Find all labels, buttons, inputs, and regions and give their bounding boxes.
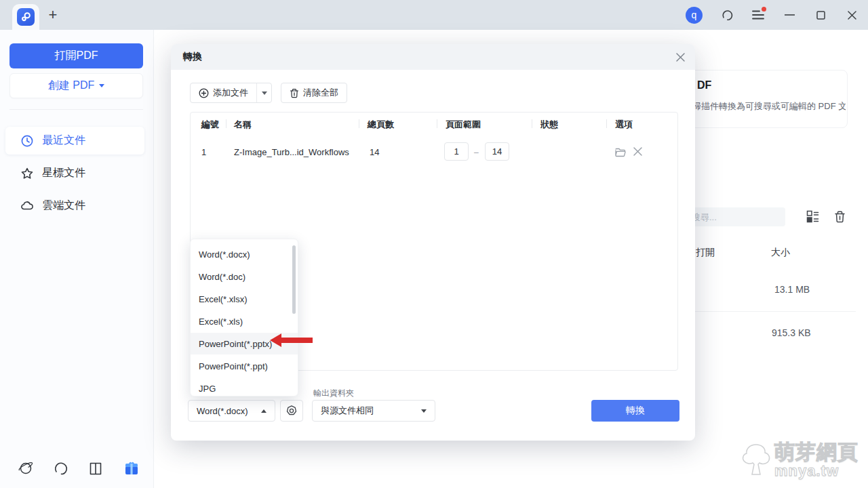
search-input[interactable] [685,207,785,226]
window-controls: q [686,0,868,30]
feature-card-ocr-pdf[interactable]: DF 掃描件轉換為可搜尋或可編輯的 PDF 文 [685,70,848,128]
file-size-value: 13.1 MB [774,284,810,295]
clear-all-button[interactable]: 清除全部 [281,83,347,103]
add-file-split-button: 添加文件 [190,83,272,103]
chevron-down-icon [421,409,427,413]
main-menu-icon[interactable] [751,8,765,22]
maximize-button[interactable] [814,8,827,22]
site-watermark: 萌芽網頁 mnya.tw [741,442,859,479]
header-range: 頁面範圍 [446,119,481,131]
header-options: 選項 [615,119,633,131]
open-pdf-button[interactable]: 打開PDF [9,43,143,68]
app-tab[interactable] [12,4,39,30]
output-folder-label: 輸出資料夾 [313,388,354,399]
open-folder-icon[interactable] [614,146,627,159]
arrow-shaft [281,338,313,343]
dropdown-option-word-docx[interactable]: Word(*.docx) [191,243,298,265]
help-headset-icon[interactable] [52,460,70,477]
sidebar-item-label: 雲端文件 [42,199,85,213]
delete-files-trash-icon[interactable] [833,210,847,224]
sidebar-divider [9,109,143,110]
header-pages: 總頁數 [368,119,394,131]
user-avatar[interactable]: q [686,7,703,24]
app-logo-icon [17,8,35,26]
row-divider [686,311,856,312]
guide-book-icon[interactable] [87,460,105,477]
sidebar-item-recent-files[interactable]: 最近文件 [5,127,144,155]
header-separator [226,119,226,128]
format-select-value: Word(*.docx) [197,406,248,416]
file-size-value: 915.3 KB [772,327,811,338]
range-dash: – [474,148,479,157]
create-pdf-button[interactable]: 創建 PDF [9,73,143,98]
convert-button[interactable]: 轉換 [591,400,679,422]
gear-icon [285,405,298,417]
watermark-title: 萌芽網頁 [774,442,859,462]
chevron-down-icon [262,92,267,95]
header-no: 編號 [201,119,219,131]
header-status: 狀態 [540,119,558,131]
feature-card-description: 掃描件轉換為可搜尋或可編輯的 PDF 文 [692,100,846,113]
header-separator [437,119,437,128]
sidebar-item-cloud-files[interactable]: 雲端文件 [5,192,144,220]
list-view-toggle-icon[interactable] [806,210,820,224]
feature-card-title: DF [697,79,711,92]
arrow-head [270,333,281,347]
support-headset-icon[interactable] [720,8,734,22]
format-select[interactable]: Word(*.docx) [188,400,275,422]
language-planet-icon[interactable] [17,460,35,477]
sidebar-footer [0,460,154,477]
range-from-input[interactable] [444,142,469,161]
dialog-header: 轉換 [171,44,695,70]
dialog-toolbar: 添加文件 清除全部 [190,83,347,103]
format-dropdown-menu: Word(*.docx) Word(*.doc) Excel(*.xlsx) E… [190,239,298,396]
gift-icon[interactable] [123,460,140,477]
clock-icon [20,134,34,148]
add-file-dropdown-button[interactable] [256,83,271,102]
watermark-domain: mnya.tw [774,464,859,479]
table-row: 1 Z-Image_Turb...id_Workflows 14 – [191,140,677,167]
remove-file-icon[interactable] [633,146,645,159]
file-list-header: 編號 名稱 總頁數 頁面範圍 狀態 選項 [191,113,677,134]
sidebar: 打開PDF 創建 PDF 最近文件 星標文件 雲端文件 [0,30,154,488]
chevron-down-icon [99,84,104,87]
create-pdf-label: 創建 PDF [48,79,94,93]
notification-dot [762,7,766,12]
close-window-button[interactable] [845,8,859,22]
column-header-size[interactable]: 大小 [771,247,790,259]
add-file-button[interactable]: 添加文件 [191,83,256,102]
annotation-arrow-icon [270,333,313,347]
dropdown-option-word-doc[interactable]: Word(*.doc) [191,266,298,287]
app-window: + q [0,0,868,488]
dropdown-option-excel-xlsx[interactable]: Excel(*.xlsx) [191,288,298,310]
output-folder-select[interactable]: 與源文件相同 [312,400,435,422]
window-titlebar: + q [0,0,868,30]
sidebar-item-starred-files[interactable]: 星標文件 [5,159,144,187]
minimize-button[interactable] [783,8,796,22]
star-icon [20,167,34,180]
sidebar-item-label: 星標文件 [42,166,85,180]
sidebar-item-label: 最近文件 [42,134,85,148]
tree-logo-icon [741,442,772,479]
trash-icon [290,88,299,98]
dropdown-option-excel-xls[interactable]: Excel(*.xls) [191,310,298,332]
cloud-icon [20,199,34,213]
dropdown-option-powerpoint-ppt[interactable]: PowerPoint(*.ppt) [191,355,298,377]
range-to-input[interactable] [485,142,509,161]
dialog-title: 轉換 [183,51,202,63]
new-tab-button[interactable]: + [43,5,62,24]
clear-all-label: 清除全部 [303,87,338,99]
row-number: 1 [201,147,206,157]
row-filename: Z-Image_Turb...id_Workflows [234,147,349,157]
format-settings-button[interactable] [280,400,303,422]
header-separator [532,119,532,128]
dropdown-option-jpg[interactable]: JPG [191,378,298,396]
column-header-open[interactable]: 打開 [696,247,715,259]
dropdown-scrollbar[interactable] [292,245,296,314]
output-folder-value: 與源文件相同 [321,405,374,417]
chevron-up-icon [261,409,267,413]
dialog-close-button[interactable] [673,50,687,64]
header-separator [606,119,607,128]
plus-circle-icon [199,88,209,98]
header-name: 名稱 [234,119,252,131]
